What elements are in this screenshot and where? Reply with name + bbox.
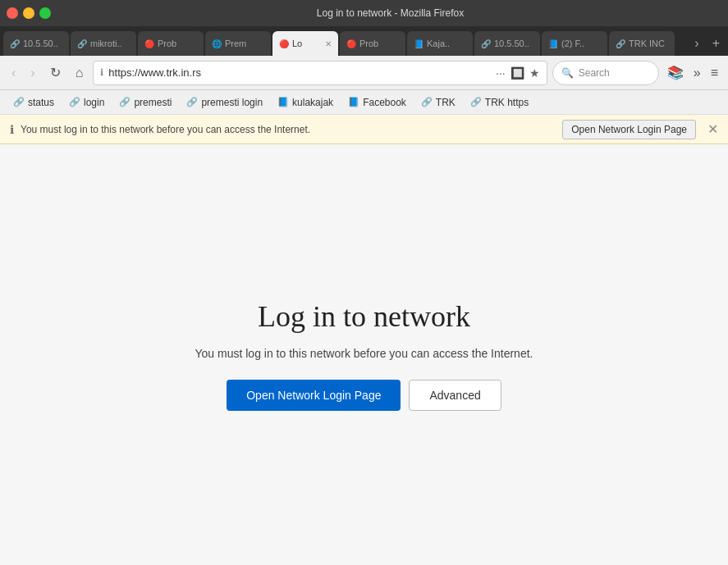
tab-label: Prob [359, 39, 378, 48]
tab-bar-end: › + [689, 34, 725, 56]
bookmark-icon: 🔗 [421, 97, 433, 107]
minimize-window-button[interactable] [23, 7, 34, 19]
tab-prob2[interactable]: 🔴 Prob [340, 31, 405, 56]
bookmark-login[interactable]: 🔗 login [62, 94, 111, 111]
page-content: Log in to network You must log in to thi… [0, 144, 728, 565]
url-text: https://www.trk.in.rs [108, 66, 491, 79]
page-title: Log in to network [258, 299, 470, 334]
tab-label: 10.5.50.. [494, 39, 529, 48]
tab-facebook[interactable]: 📘 (2) F.. [542, 31, 607, 56]
maximize-window-button[interactable] [39, 7, 51, 19]
bookmarks-bar: 🔗 status 🔗 login 🔗 premesti 🔗 premesti l… [0, 90, 728, 115]
bookmark-premesti[interactable]: 🔗 premesti [112, 94, 178, 111]
bookmark-label: TRK [436, 97, 456, 108]
more-options-button[interactable]: ··· [496, 66, 506, 80]
tab-overflow-button[interactable]: › [689, 34, 703, 52]
hamburger-menu-button[interactable]: ≡ [707, 62, 721, 84]
tab-bar: 🔗 10.5.50.. 🔗 mikroti.. 🔴 Prob 🌐 Prem 🔴 … [0, 26, 728, 56]
tab-label: (2) F.. [561, 39, 584, 48]
tab-kaja[interactable]: 📘 Kaja.. [407, 31, 473, 56]
page-description: You must log in to this network before y… [195, 347, 533, 360]
search-bar[interactable]: 🔍 Search [552, 61, 659, 85]
bookmark-status[interactable]: 🔗 status [7, 94, 61, 111]
address-bar[interactable]: ℹ https://www.trk.in.rs ··· 🔲 ★ [93, 61, 547, 85]
home-button[interactable]: ⌂ [71, 62, 89, 84]
tab-label: mikroti.. [90, 39, 122, 48]
notification-message: You must log in to this network before y… [21, 124, 556, 135]
advanced-button[interactable]: Advanced [409, 380, 501, 411]
notification-open-button[interactable]: Open Network Login Page [562, 120, 696, 139]
window-title: Log in to network - Mozilla Firefox [59, 7, 721, 19]
tab-label: Lo [292, 39, 302, 48]
tab-10550-1[interactable]: 🔗 10.5.50.. [3, 31, 69, 56]
tab-icon: 🔗 [10, 39, 20, 48]
tab-mikrotik[interactable]: 🔗 mikroti.. [71, 31, 136, 56]
bookmark-label: status [28, 97, 54, 108]
search-icon: 🔍 [561, 67, 574, 79]
bookmark-label: Facebook [363, 97, 406, 108]
tab-icon: 🔗 [481, 39, 491, 48]
bookmark-label: kulakajak [292, 97, 333, 108]
back-button[interactable]: ‹ [7, 62, 21, 84]
tab-prob1[interactable]: 🔴 Prob [138, 31, 204, 56]
bookmark-facebook[interactable]: 📘 Facebook [341, 94, 413, 111]
bookmark-icon: 🔗 [119, 97, 130, 107]
bookmark-icon: 📘 [348, 97, 359, 107]
info-icon: ℹ [100, 67, 103, 78]
tab-icon: 🔴 [346, 39, 356, 48]
bookmark-label: premesti [134, 97, 172, 108]
notification-close-button[interactable]: ✕ [707, 121, 718, 137]
new-tab-button[interactable]: + [707, 34, 725, 52]
library-button[interactable]: 📚 [664, 62, 687, 84]
tab-icon: 🔗 [77, 39, 87, 48]
tab-label: Prem [225, 39, 246, 48]
bookmark-kulakajak[interactable]: 📘 kulakajak [271, 94, 340, 111]
bookmark-trk[interactable]: 🔗 TRK [414, 94, 462, 111]
login-buttons: Open Network Login Page Advanced [227, 380, 501, 411]
tab-label: Kaja.. [427, 39, 450, 48]
open-network-login-button[interactable]: Open Network Login Page [227, 380, 401, 411]
address-bar-actions: ··· 🔲 ★ [496, 66, 540, 80]
close-window-button[interactable] [7, 7, 18, 19]
tab-icon: 🌐 [212, 39, 222, 48]
title-bar: Log in to network - Mozilla Firefox [0, 0, 728, 26]
bookmark-icon: 🔗 [186, 97, 198, 107]
search-placeholder: Search [579, 67, 610, 79]
tab-label: Prob [158, 39, 176, 48]
forward-button[interactable]: › [25, 62, 39, 84]
bookmark-icon: 🔗 [69, 97, 80, 107]
tab-icon: 🔴 [279, 39, 289, 48]
bookmark-label: TRK https [485, 97, 529, 108]
tab-trk-inc[interactable]: 🔗 TRK INC [609, 31, 675, 56]
bookmark-icon: 📘 [277, 97, 289, 107]
window-controls [7, 7, 51, 19]
bookmark-icon: 🔗 [470, 97, 482, 107]
bookmark-label: premesti login [201, 97, 263, 108]
tab-icon: 🔗 [616, 39, 625, 48]
tab-label: 10.5.50.. [23, 39, 58, 48]
bookmark-label: login [84, 97, 104, 108]
tab-prem[interactable]: 🌐 Prem [205, 31, 271, 56]
bookmark-star-button[interactable]: ★ [529, 66, 540, 80]
bookmark-trk-https[interactable]: 🔗 TRK https [464, 94, 535, 111]
reload-button[interactable]: ↻ [45, 62, 66, 84]
tab-icon: 🔴 [144, 39, 154, 48]
bookmark-premesti-login[interactable]: 🔗 premesti login [180, 94, 269, 111]
tab-10550-2[interactable]: 🔗 10.5.50.. [474, 31, 540, 56]
notification-bar: ℹ You must log in to this network before… [0, 115, 728, 144]
notification-info-icon: ℹ [10, 123, 14, 136]
login-card: Log in to network You must log in to thi… [146, 267, 583, 444]
bookmark-icon: 🔗 [13, 97, 25, 107]
toolbar-end: 📚 » ≡ [664, 62, 721, 84]
tab-login-active[interactable]: 🔴 Lo ✕ [272, 31, 338, 56]
tab-icon: 📘 [548, 39, 558, 48]
more-tools-button[interactable]: » [690, 62, 704, 84]
tab-label: TRK INC [629, 39, 665, 48]
tab-close-button[interactable]: ✕ [322, 39, 332, 48]
pocket-button[interactable]: 🔲 [511, 66, 524, 80]
tab-icon: 📘 [414, 39, 424, 48]
toolbar: ‹ › ↻ ⌂ ℹ https://www.trk.in.rs ··· 🔲 ★ … [0, 56, 728, 90]
